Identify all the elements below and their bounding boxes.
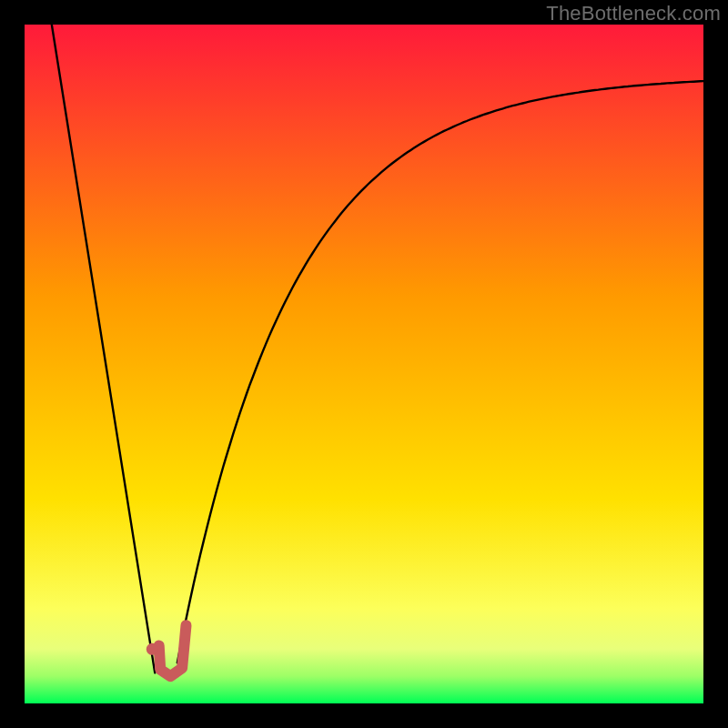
bottleneck-chart: [25, 25, 703, 703]
j-marker-dot: [147, 643, 158, 655]
watermark-text: TheBottleneck.com: [546, 2, 721, 25]
chart-frame: TheBottleneck.com: [0, 0, 728, 728]
gradient-background: [25, 25, 703, 703]
